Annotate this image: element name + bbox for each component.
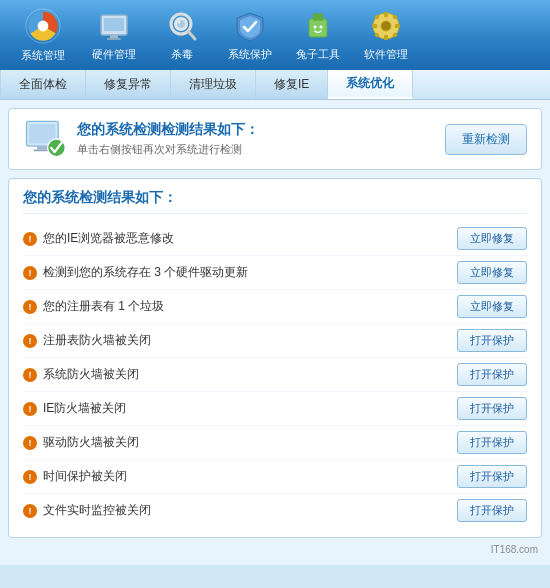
tab-fix-ie[interactable]: 修复IE — [256, 70, 328, 99]
nav-logo[interactable]: 系统管理 — [8, 6, 78, 64]
nav-item-rabbit[interactable]: 兔子工具 — [286, 6, 350, 64]
result-left-4: ! 系统防火墙被关闭 — [23, 366, 457, 383]
result-text-0: 您的IE浏览器被恶意修改 — [43, 230, 174, 247]
result-left-0: ! 您的IE浏览器被恶意修改 — [23, 230, 457, 247]
nav-item-protection[interactable]: 系统保护 — [218, 6, 282, 64]
svg-rect-28 — [37, 146, 48, 150]
warning-icon-6: ! — [23, 436, 37, 450]
hardware-icon — [96, 9, 132, 43]
protection-icon — [232, 9, 268, 43]
action-btn-0[interactable]: 立即修复 — [457, 227, 527, 250]
result-row: ! 注册表防火墙被关闭 打开保护 — [23, 324, 527, 358]
svg-line-8 — [188, 31, 195, 39]
top-card-text: 您的系统检测检测结果如下： 单击右侧按钮再次对系统进行检测 — [77, 121, 259, 157]
nav-item-kill[interactable]: 杀毒 — [150, 6, 214, 64]
svg-rect-20 — [372, 24, 377, 28]
software-label: 软件管理 — [364, 47, 408, 62]
tab-sys-optimize[interactable]: 系统优化 — [328, 70, 413, 99]
result-text-5: IE防火墙被关闭 — [43, 400, 126, 417]
svg-point-15 — [320, 25, 323, 28]
action-btn-3[interactable]: 打开保护 — [457, 329, 527, 352]
top-card-left: 您的系统检测检测结果如下： 单击右侧按钮再次对系统进行检测 — [23, 119, 259, 159]
result-row: ! 检测到您的系统存在 3 个硬件驱动更新 立即修复 — [23, 256, 527, 290]
top-detection-card: 您的系统检测检测结果如下： 单击右侧按钮再次对系统进行检测 重新检测 — [8, 108, 542, 170]
watermark: IT168.com — [8, 542, 542, 557]
result-row: ! 系统防火墙被关闭 打开保护 — [23, 358, 527, 392]
hardware-label: 硬件管理 — [92, 47, 136, 62]
software-icon — [368, 9, 404, 43]
top-card-title: 您的系统检测检测结果如下： — [77, 121, 259, 139]
result-row: ! IE防火墙被关闭 打开保护 — [23, 392, 527, 426]
action-btn-8[interactable]: 打开保护 — [457, 499, 527, 522]
action-btn-1[interactable]: 立即修复 — [457, 261, 527, 284]
nav-item-software[interactable]: 软件管理 — [354, 6, 418, 64]
svg-rect-11 — [309, 19, 327, 37]
svg-rect-4 — [110, 35, 118, 38]
top-card-subtitle: 单击右侧按钮再次对系统进行检测 — [77, 142, 259, 157]
svg-rect-18 — [384, 12, 388, 17]
warning-icon-1: ! — [23, 266, 37, 280]
result-text-4: 系统防火墙被关闭 — [43, 366, 139, 383]
result-left-5: ! IE防火墙被关闭 — [23, 400, 457, 417]
result-row: ! 您的注册表有 1 个垃圾 立即修复 — [23, 290, 527, 324]
monitor-check-icon — [23, 119, 67, 159]
result-text-7: 时间保护被关闭 — [43, 468, 127, 485]
result-text-2: 您的注册表有 1 个垃圾 — [43, 298, 164, 315]
action-btn-4[interactable]: 打开保护 — [457, 363, 527, 386]
action-btn-5[interactable]: 打开保护 — [457, 397, 527, 420]
nav-item-hardware[interactable]: 硬件管理 — [82, 6, 146, 64]
top-nav: 系统管理 硬件管理 杀毒 — [0, 0, 550, 70]
warning-icon-3: ! — [23, 334, 37, 348]
svg-rect-12 — [313, 13, 318, 21]
svg-point-17 — [381, 21, 391, 31]
results-section: 您的系统检测结果如下： ! 您的IE浏览器被恶意修改 立即修复 ! 检测到您的系… — [8, 178, 542, 538]
svg-point-1 — [38, 20, 49, 31]
result-text-8: 文件实时监控被关闭 — [43, 502, 151, 519]
result-text-6: 驱动防火墙被关闭 — [43, 434, 139, 451]
logo-icon — [25, 8, 61, 44]
action-btn-2[interactable]: 立即修复 — [457, 295, 527, 318]
kill-icon — [164, 9, 200, 43]
tab-clean-junk[interactable]: 清理垃圾 — [171, 70, 256, 99]
warning-icon-2: ! — [23, 300, 37, 314]
result-left-8: ! 文件实时监控被关闭 — [23, 502, 457, 519]
recheck-button[interactable]: 重新检测 — [445, 124, 527, 155]
result-row: ! 驱动防火墙被关闭 打开保护 — [23, 426, 527, 460]
result-left-1: ! 检测到您的系统存在 3 个硬件驱动更新 — [23, 264, 457, 281]
warning-icon-5: ! — [23, 402, 37, 416]
result-left-6: ! 驱动防火墙被关闭 — [23, 434, 457, 451]
results-title: 您的系统检测结果如下： — [23, 189, 527, 214]
svg-point-10 — [178, 20, 181, 23]
warning-icon-4: ! — [23, 368, 37, 382]
kill-label: 杀毒 — [171, 47, 193, 62]
svg-rect-21 — [395, 24, 400, 28]
warning-icon-7: ! — [23, 470, 37, 484]
result-row: ! 文件实时监控被关闭 打开保护 — [23, 494, 527, 527]
protection-label: 系统保护 — [228, 47, 272, 62]
rabbit-icon — [300, 9, 336, 43]
svg-rect-13 — [318, 13, 323, 21]
warning-icon-8: ! — [23, 504, 37, 518]
tab-full-check[interactable]: 全面体检 — [0, 70, 86, 99]
result-row: ! 时间保护被关闭 打开保护 — [23, 460, 527, 494]
results-rows: ! 您的IE浏览器被恶意修改 立即修复 ! 检测到您的系统存在 3 个硬件驱动更… — [23, 222, 527, 527]
svg-rect-5 — [107, 38, 121, 40]
main-content: 您的系统检测检测结果如下： 单击右侧按钮再次对系统进行检测 重新检测 您的系统检… — [0, 100, 550, 565]
action-btn-6[interactable]: 打开保护 — [457, 431, 527, 454]
svg-point-14 — [314, 25, 317, 28]
result-left-7: ! 时间保护被关闭 — [23, 468, 457, 485]
rabbit-label: 兔子工具 — [296, 47, 340, 62]
result-row: ! 您的IE浏览器被恶意修改 立即修复 — [23, 222, 527, 256]
logo-label: 系统管理 — [21, 48, 65, 63]
svg-rect-3 — [104, 18, 124, 31]
svg-rect-19 — [384, 35, 388, 40]
warning-icon-0: ! — [23, 232, 37, 246]
result-left-2: ! 您的注册表有 1 个垃圾 — [23, 298, 457, 315]
action-btn-7[interactable]: 打开保护 — [457, 465, 527, 488]
tab-fix-exception[interactable]: 修复异常 — [86, 70, 171, 99]
result-text-1: 检测到您的系统存在 3 个硬件驱动更新 — [43, 264, 248, 281]
tabs-row: 全面体检 修复异常 清理垃圾 修复IE 系统优化 — [0, 70, 550, 100]
result-left-3: ! 注册表防火墙被关闭 — [23, 332, 457, 349]
result-text-3: 注册表防火墙被关闭 — [43, 332, 151, 349]
